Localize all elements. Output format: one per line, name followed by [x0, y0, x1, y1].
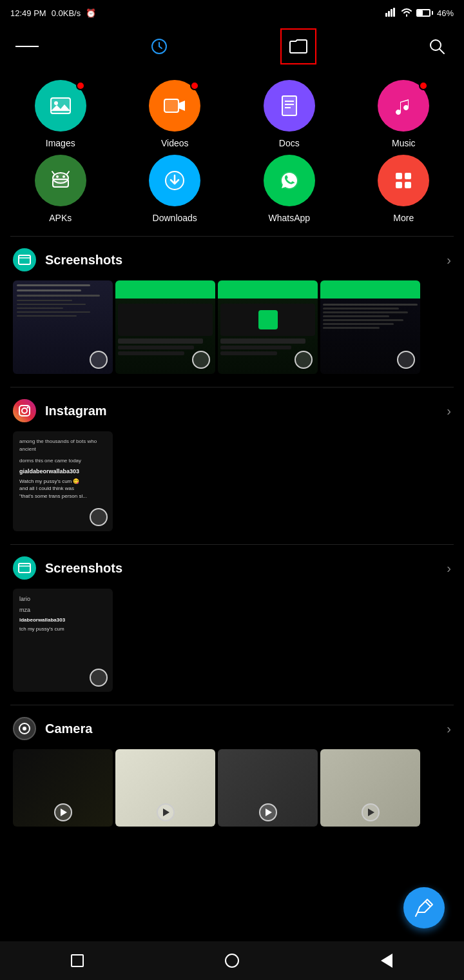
fab-button[interactable] — [403, 887, 445, 928]
section-screenshots2: Screenshots › lario mza ldabeorwallaba30… — [0, 545, 464, 705]
folder-button[interactable] — [280, 28, 316, 64]
category-docs[interactable]: Docs — [235, 80, 343, 148]
screenshots2-chevron: › — [447, 561, 451, 576]
instagram-header-left: Instagram — [13, 399, 107, 422]
section-screenshots1: Screenshots › — [0, 237, 464, 387]
camera-chevron: › — [447, 721, 451, 736]
svg-rect-2 — [391, 9, 392, 17]
stop-icon — [71, 954, 84, 967]
wifi-icon — [401, 8, 412, 19]
svg-point-30 — [27, 407, 29, 409]
screenshots2-title: Screenshots — [45, 561, 122, 576]
svg-point-34 — [23, 727, 26, 730]
play-btn-1[interactable] — [54, 803, 72, 821]
menu-button[interactable] — [15, 35, 39, 58]
instagram-chevron: › — [447, 404, 451, 418]
category-music[interactable]: Music — [350, 80, 458, 148]
bottom-nav — [0, 941, 464, 980]
nav-stop-button[interactable] — [64, 948, 90, 974]
category-grid: Images Videos Docs — [0, 67, 464, 236]
thumb2-select[interactable] — [192, 351, 210, 369]
section-instagram: Instagram › among the thousands of bots … — [0, 387, 464, 544]
camera-thumbnails — [0, 749, 464, 839]
svg-rect-23 — [405, 173, 411, 179]
images-icon — [35, 80, 86, 132]
screenshots1-title: Screenshots — [45, 253, 122, 268]
svg-rect-22 — [396, 173, 402, 179]
whatsapp-label: WhatsApp — [268, 213, 310, 223]
svg-rect-1 — [388, 11, 390, 17]
videos-label: Videos — [161, 138, 189, 148]
svg-rect-0 — [385, 13, 387, 17]
svg-point-29 — [22, 408, 27, 413]
music-label: Music — [392, 138, 416, 148]
svg-rect-10 — [282, 96, 296, 115]
thumb3-select[interactable] — [295, 351, 313, 369]
section-camera: Camera › — [0, 705, 464, 839]
screenshots1-chevron: › — [447, 253, 451, 268]
insta-thumb-select[interactable] — [90, 508, 108, 526]
screenshots2-thumbnails: lario mza ldabeorwallaba303 tch my pussy… — [0, 589, 464, 705]
instagram-header[interactable]: Instagram › — [0, 387, 464, 431]
thumb4-select[interactable] — [397, 351, 415, 369]
apks-icon — [35, 155, 86, 206]
category-videos[interactable]: Videos — [121, 80, 229, 148]
nav-back-button[interactable] — [374, 948, 400, 974]
svg-rect-24 — [396, 182, 402, 188]
svg-rect-26 — [19, 255, 30, 264]
search-button[interactable] — [425, 35, 449, 58]
screenshot2-thumb-1[interactable]: lario mza ldabeorwallaba303 tch my pussy… — [13, 589, 113, 692]
nav-home-button[interactable] — [219, 948, 245, 974]
instagram-thumb-1[interactable]: among the thousands of bots who ancient … — [13, 431, 113, 531]
docs-label: Docs — [279, 138, 300, 148]
screenshot-thumb-3[interactable] — [218, 280, 318, 374]
screenshot-thumb-4[interactable] — [320, 280, 420, 374]
play-btn-4[interactable] — [362, 803, 380, 821]
thumb1-select[interactable] — [90, 351, 108, 369]
camera-video-2[interactable] — [115, 749, 215, 827]
camera-video-4[interactable] — [320, 749, 420, 827]
images-label: Images — [46, 138, 75, 148]
camera-video-1[interactable] — [13, 749, 113, 827]
images-badge — [76, 81, 85, 90]
screenshot2-thumb-select[interactable] — [90, 669, 108, 687]
screenshot-thumb-1[interactable] — [13, 280, 113, 374]
category-images[interactable]: Images — [6, 80, 115, 148]
category-more[interactable]: More — [350, 155, 458, 223]
status-right: 46% — [385, 8, 454, 19]
camera-title: Camera — [45, 721, 92, 736]
svg-line-17 — [52, 172, 54, 174]
camera-section-icon — [13, 717, 36, 740]
status-bar: 12:49 PM 0.0KB/s ⏰ 46% — [0, 0, 464, 26]
play-btn-3[interactable] — [259, 803, 277, 821]
instagram-thumbnails: among the thousands of bots who ancient … — [0, 431, 464, 544]
screenshot-thumb-2[interactable] — [115, 280, 215, 374]
instagram-title: Instagram — [45, 404, 107, 418]
docs-icon — [264, 80, 315, 132]
screenshots1-header[interactable]: Screenshots › — [0, 237, 464, 280]
music-icon — [378, 80, 429, 132]
screenshots2-header[interactable]: Screenshots › — [0, 545, 464, 589]
downloads-label: Downloads — [153, 213, 197, 223]
music-badge — [419, 81, 428, 90]
downloads-icon — [149, 155, 200, 206]
category-downloads[interactable]: Downloads — [121, 155, 229, 223]
svg-point-16 — [63, 175, 65, 178]
videos-badge — [190, 81, 199, 90]
camera-video-3[interactable] — [218, 749, 318, 827]
svg-rect-31 — [19, 564, 30, 573]
screenshots1-header-left: Screenshots — [13, 248, 122, 271]
history-button[interactable] — [148, 35, 171, 58]
camera-header[interactable]: Camera › — [0, 705, 464, 749]
status-left: 12:49 PM 0.0KB/s ⏰ — [10, 8, 96, 18]
apks-label: APKs — [49, 213, 72, 223]
screenshots1-icon — [13, 248, 36, 271]
svg-rect-25 — [405, 182, 411, 188]
category-whatsapp[interactable]: WhatsApp — [235, 155, 343, 223]
screenshots2-icon — [13, 556, 36, 580]
svg-line-18 — [67, 172, 69, 174]
play-btn-2[interactable] — [157, 803, 175, 821]
category-apks[interactable]: APKs — [6, 155, 115, 223]
home-icon — [225, 954, 239, 968]
svg-point-8 — [54, 101, 58, 105]
